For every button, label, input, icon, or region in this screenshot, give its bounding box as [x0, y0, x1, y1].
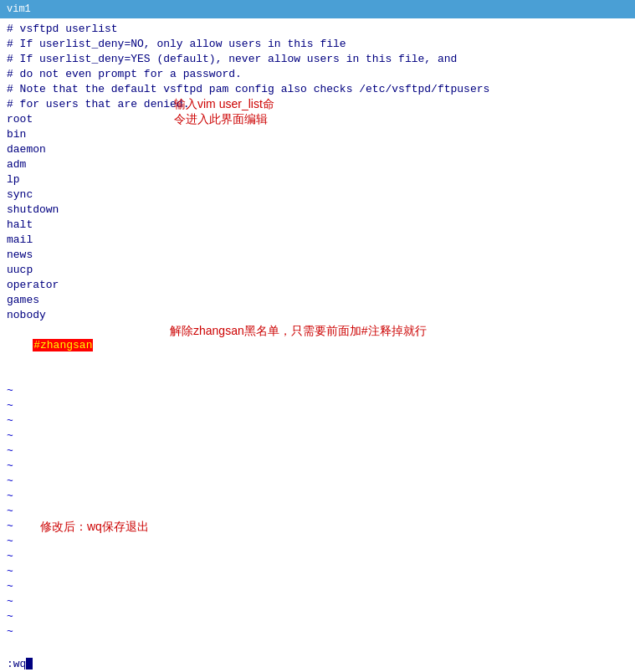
title-bar: vim1 — [0, 0, 635, 18]
tilde-7: ~ — [7, 474, 628, 489]
code-line-halt: halt — [7, 218, 628, 233]
code-line-games: games — [7, 293, 628, 308]
tilde-5: ~ — [7, 444, 628, 459]
tilde-save: ~ 修改后：wq保存退出 — [7, 519, 628, 534]
code-line-1: # vsftpd userlist — [7, 22, 628, 37]
tilde-4: ~ — [7, 428, 628, 444]
annotation-vim-command2: 令进入此界面编辑 — [174, 112, 268, 127]
code-line-lp: lp — [7, 172, 628, 187]
code-line-root: root — [7, 112, 628, 127]
code-line-bin: bin — [7, 127, 628, 142]
tilde-2: ~ — [7, 398, 628, 413]
title-label: vim1 — [7, 3, 31, 15]
tilde-14: ~ — [7, 594, 628, 609]
tilde-16: ~ — [7, 624, 628, 639]
annotation-blacklist: 解除zhangsan黑名单，只需要前面加#注释掉就行 — [170, 323, 427, 338]
code-line-news: news — [7, 248, 628, 263]
code-line-operator: operator — [7, 278, 628, 293]
tilde-11: ~ — [7, 549, 628, 564]
code-line-6: # for users that are denied. — [7, 97, 628, 112]
code-line-daemon: daemon — [7, 142, 628, 157]
code-line-4: # do not even prompt for a password. — [7, 67, 628, 82]
code-line-2: # If userlist_deny=NO, only allow users … — [7, 37, 628, 52]
code-line-5: # Note that the default vsftpd pam confi… — [7, 82, 628, 97]
cursor — [26, 658, 33, 669]
code-line-adm: adm — [7, 157, 628, 172]
tilde-13: ~ — [7, 579, 628, 594]
tilde-3: ~ — [7, 413, 628, 428]
annotation-save: 修改后：wq保存退出 — [40, 519, 149, 534]
code-line-3: # If userlist_deny=YES (default), never … — [7, 52, 628, 67]
editor-area: # vsftpd userlist # If userlist_deny=NO,… — [0, 18, 635, 672]
tilde-12: ~ — [7, 564, 628, 579]
tilde-10: ~ — [7, 534, 628, 549]
status-line: :wq — [0, 655, 635, 672]
code-line-shutdown: shutdown — [7, 203, 628, 218]
code-line-nobody: nobody — [7, 308, 628, 323]
annotation-vim-command: 输入vim user_list命 — [174, 97, 274, 112]
status-command: :wq — [7, 658, 26, 670]
tilde-1: ~ — [7, 383, 628, 398]
tilde-8: ~ — [7, 489, 628, 504]
code-line-uucp: uucp — [7, 263, 628, 278]
zhangsan-highlighted-text: #zhangsan — [33, 339, 93, 351]
tilde-9: ~ — [7, 504, 628, 519]
tilde-6: ~ — [7, 459, 628, 474]
code-line-zhangsan: #zhangsan 解除zhangsan黑名单，只需要前面加#注释掉就行 — [7, 323, 628, 383]
code-line-sync: sync — [7, 187, 628, 203]
tilde-15: ~ — [7, 609, 628, 624]
code-line-mail: mail — [7, 233, 628, 248]
